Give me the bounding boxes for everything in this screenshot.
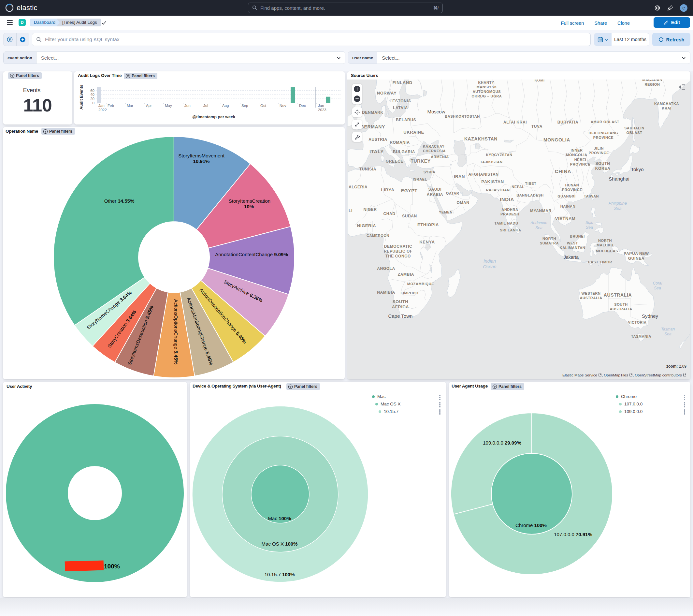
svg-text:ARABIA: ARABIA xyxy=(427,192,443,197)
svg-text:DENMARK: DENMARK xyxy=(362,110,383,115)
svg-text:Shanghai: Shanghai xyxy=(609,176,629,181)
svg-text:INDIA: INDIA xyxy=(500,196,514,202)
svg-text:SOUTH: SOUTH xyxy=(614,303,628,306)
svg-text:100%: 100% xyxy=(104,563,120,570)
svg-text:Nov: Nov xyxy=(280,104,286,108)
svg-text:GERMANY: GERMANY xyxy=(360,124,385,129)
svg-text:Sea: Sea xyxy=(654,286,661,290)
svg-text:MOLUCCAS: MOLUCCAS xyxy=(596,249,618,253)
svg-text:@timestamp per week: @timestamp per week xyxy=(192,115,235,119)
svg-text:OKRUG – UGRA: OKRUG – UGRA xyxy=(472,94,502,98)
svg-text:CHAD: CHAD xyxy=(383,212,395,216)
svg-text:LATVIA: LATVIA xyxy=(393,105,408,110)
svg-text:PAKISTAN: PAKISTAN xyxy=(481,179,504,184)
svg-text:0: 0 xyxy=(93,101,95,105)
svg-text:20: 20 xyxy=(90,97,95,101)
svg-text:ITALY: ITALY xyxy=(370,149,384,154)
svg-text:Coral: Coral xyxy=(653,281,662,286)
svg-text:AFRICA: AFRICA xyxy=(392,304,409,309)
svg-text:GUANGXI: GUANGXI xyxy=(557,194,576,198)
svg-text:TASMANIA: TASMANIA xyxy=(631,334,651,338)
svg-text:Sep: Sep xyxy=(241,104,248,108)
svg-text:CHERKESIA: CHERKESIA xyxy=(423,149,446,153)
svg-text:ALGERIA: ALGERIA xyxy=(349,185,368,189)
svg-text:INNER: INNER xyxy=(571,148,582,152)
svg-text:AMUR OBLAST: AMUR OBLAST xyxy=(591,120,619,124)
svg-text:CAMEROON: CAMEROON xyxy=(367,234,389,237)
svg-text:NORWAY: NORWAY xyxy=(377,91,397,96)
svg-text:Sydney: Sydney xyxy=(642,313,658,319)
svg-text:BRUNEI: BRUNEI xyxy=(570,234,585,238)
svg-text:Moscow: Moscow xyxy=(427,109,445,114)
svg-text:SOUTH: SOUTH xyxy=(393,299,409,304)
svg-text:NIGER: NIGER xyxy=(363,207,377,212)
svg-text:Jan: Jan xyxy=(318,104,324,108)
svg-text:BURYATIA: BURYATIA xyxy=(557,120,578,124)
svg-text:Apr: Apr xyxy=(146,104,152,108)
svg-text:UKRAINE: UKRAINE xyxy=(403,130,424,135)
svg-text:NIGERIA: NIGERIA xyxy=(357,223,376,228)
svg-text:KARACHAY-: KARACHAY- xyxy=(423,145,446,148)
svg-text:QATAR: QATAR xyxy=(446,191,459,195)
svg-text:BANGLADESH: BANGLADESH xyxy=(516,193,544,197)
svg-text:ALTAI KRAI: ALTAI KRAI xyxy=(503,120,527,124)
svg-text:Sea: Sea xyxy=(614,206,621,211)
svg-text:Jakarta: Jakarta xyxy=(563,254,579,260)
svg-text:RAJASTHAN: RAJASTHAN xyxy=(486,188,510,192)
svg-text:BELARUS: BELARUS xyxy=(396,118,416,122)
svg-text:BULGARIA: BULGARIA xyxy=(393,150,415,154)
svg-text:40: 40 xyxy=(90,93,95,96)
svg-text:AUSTRIA: AUSTRIA xyxy=(369,137,388,142)
svg-text:EGYPT: EGYPT xyxy=(401,188,417,193)
svg-text:KHANTY-: KHANTY- xyxy=(478,80,495,84)
svg-text:MOZAMBIQUE: MOZAMBIQUE xyxy=(407,282,434,286)
svg-text:TAMIL NADU: TAMIL NADU xyxy=(494,221,518,225)
svg-text:Audit Events: Audit Events xyxy=(79,85,84,110)
svg-text:OBLAST: OBLAST xyxy=(627,131,642,135)
svg-text:PROVINCE: PROVINCE xyxy=(589,151,609,155)
svg-text:Andaman: Andaman xyxy=(530,220,547,225)
svg-text:KRAI: KRAI xyxy=(662,106,671,110)
svg-text:LIMPOPO: LIMPOPO xyxy=(401,291,419,295)
svg-text:PROVINCE: PROVINCE xyxy=(562,188,582,192)
svg-text:HEBEI: HEBEI xyxy=(574,158,587,162)
svg-text:Dec: Dec xyxy=(299,104,306,108)
svg-text:SAKHALIN: SAKHALIN xyxy=(624,126,645,130)
svg-text:Ocean: Ocean xyxy=(483,264,496,269)
svg-text:TIBET: TIBET xyxy=(525,181,537,186)
svg-text:MYANMAR: MYANMAR xyxy=(530,209,552,213)
svg-text:SYRIA: SYRIA xyxy=(423,170,436,174)
svg-text:SAUDI: SAUDI xyxy=(429,187,441,192)
svg-text:Philippine: Philippine xyxy=(609,201,627,206)
svg-text:REGION: REGION xyxy=(645,82,660,86)
svg-text:NEPAL: NEPAL xyxy=(512,185,524,189)
svg-text:Indian: Indian xyxy=(483,258,496,264)
svg-text:Jul: Jul xyxy=(203,104,208,108)
svg-text:Tokyo: Tokyo xyxy=(631,167,644,172)
svg-text:NAMIBIA: NAMIBIA xyxy=(377,290,395,295)
svg-text:KAZAKHSTAN: KAZAKHSTAN xyxy=(464,136,497,141)
svg-text:GREECE: GREECE xyxy=(386,159,403,163)
svg-text:KALIMANTAN: KALIMANTAN xyxy=(560,246,586,250)
svg-text:BASHKORTOSTAN: BASHKORTOSTAN xyxy=(445,114,480,118)
svg-text:ISRAEL: ISRAEL xyxy=(413,177,427,181)
svg-text:AUSTRALIA: AUSTRALIA xyxy=(610,307,632,311)
svg-text:LIBYA: LIBYA xyxy=(381,187,395,192)
svg-text:ROMANIA: ROMANIA xyxy=(390,140,410,145)
svg-text:GUINEA: GUINEA xyxy=(628,256,645,261)
svg-text:Tasman: Tasman xyxy=(661,327,675,331)
svg-text:2022: 2022 xyxy=(98,108,107,112)
svg-text:KOREA: KOREA xyxy=(595,166,610,171)
svg-text:Sea: Sea xyxy=(586,225,593,230)
svg-text:Feb: Feb xyxy=(107,104,114,108)
svg-text:THE CONGO: THE CONGO xyxy=(385,254,411,258)
svg-text:60: 60 xyxy=(90,89,95,93)
svg-text:MANSIYSK: MANSIYSK xyxy=(477,85,497,89)
svg-text:FINLAND: FINLAND xyxy=(392,80,412,85)
svg-text:NORTH: NORTH xyxy=(598,238,612,243)
svg-text:TAIWAN: TAIWAN xyxy=(584,194,599,198)
svg-text:TURKEY: TURKEY xyxy=(411,158,430,163)
svg-text:AUSTRALIA: AUSTRALIA xyxy=(604,292,632,297)
svg-text:SUDAN: SUDAN xyxy=(402,214,417,218)
svg-text:Mar: Mar xyxy=(127,104,133,108)
